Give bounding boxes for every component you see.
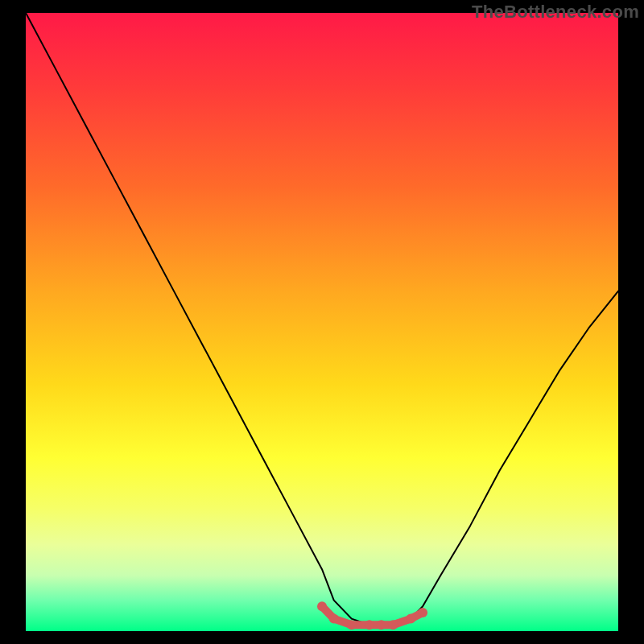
marker-optimal-band	[406, 614, 415, 624]
marker-optimal-band	[365, 620, 374, 630]
chart-frame: TheBottleneck.com	[0, 0, 644, 644]
marker-optimal-band	[347, 620, 357, 630]
series-bottleneck-curve	[26, 13, 618, 625]
marker-optimal-band	[317, 601, 327, 611]
marker-optimal-band	[418, 608, 427, 617]
marker-optimal-band	[377, 620, 386, 630]
marker-optimal-band	[388, 620, 398, 630]
marker-optimal-band	[329, 614, 339, 624]
chart-overlay-svg	[0, 0, 644, 644]
